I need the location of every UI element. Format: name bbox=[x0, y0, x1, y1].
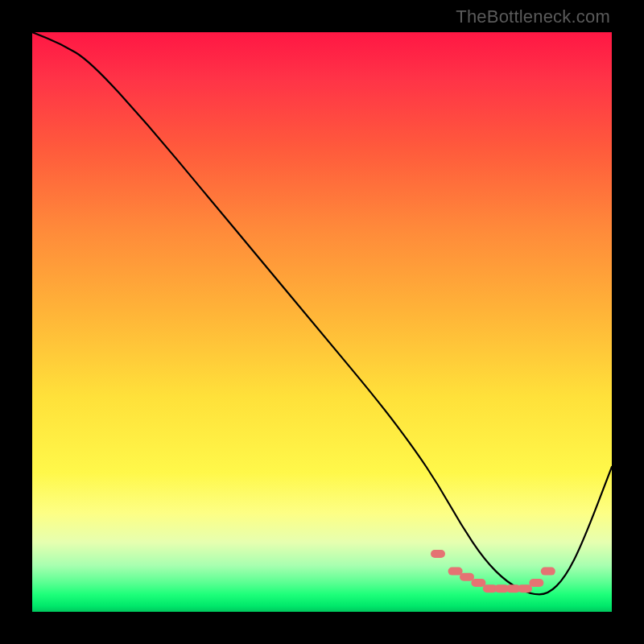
chart-frame: TheBottleneck.com bbox=[0, 0, 644, 644]
beads-layer bbox=[32, 32, 612, 612]
bead-marker bbox=[471, 579, 485, 587]
bead-marker bbox=[529, 579, 543, 587]
bead-marker bbox=[431, 550, 445, 558]
bead-marker bbox=[541, 568, 555, 576]
bead-marker bbox=[448, 568, 463, 576]
watermark-text: TheBottleneck.com bbox=[456, 6, 610, 27]
bead-marker bbox=[460, 573, 474, 581]
plot-area bbox=[32, 32, 612, 612]
bead-marker bbox=[518, 584, 532, 592]
bead-markers bbox=[431, 550, 555, 592]
